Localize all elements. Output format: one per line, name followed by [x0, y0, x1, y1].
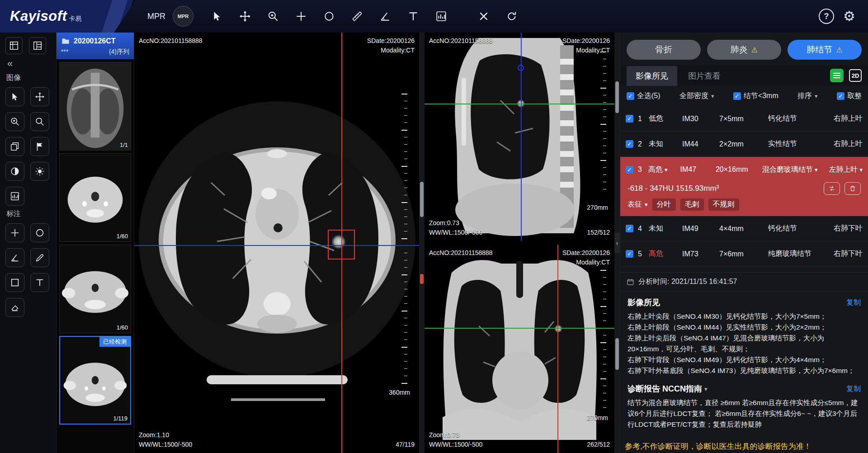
flag-tool-button[interactable]	[30, 137, 49, 156]
density-filter-dropdown[interactable]: 全部密度 ▾	[679, 91, 714, 101]
app-root: Kayisoft 卡易 MPR MPR ? ⚙	[0, 0, 868, 453]
angle-tool-button[interactable]	[375, 6, 395, 26]
classifier-lung-nodule-button[interactable]: 肺结节 ⚠	[788, 40, 862, 60]
copy-tool-button[interactable]	[5, 137, 24, 156]
feature-tag[interactable]: 不规则	[708, 198, 739, 211]
angle-icon	[379, 10, 391, 22]
round-checkbox[interactable]: ✓ 取整	[837, 91, 862, 101]
text-annotation-button[interactable]	[30, 273, 49, 292]
risk-level-dropdown[interactable]: 高危 ▾	[648, 165, 680, 175]
findings-section: 影像所见 复制 右肺上叶尖段（SeNO.4 IM30）见钙化结节影，大小为7×5…	[620, 292, 868, 378]
viewport-coronal[interactable]: 270mm AccNO:202101158888 SDate:20200126 …	[425, 245, 614, 453]
copy-report-button[interactable]: 复制	[846, 384, 861, 394]
crosshair-marker[interactable]	[518, 65, 524, 71]
nodule-roi-box[interactable]	[328, 230, 355, 260]
crosshair-tool-button[interactable]	[291, 6, 311, 26]
series-layout-button[interactable]	[29, 37, 46, 54]
scrollbar-side-viewports[interactable]: ›	[614, 33, 620, 453]
viewport-sagittal[interactable]: 270mm AccNO:202101158888 SDate:20200126 …	[425, 33, 614, 241]
series-thumbnail-ct-3-selected[interactable]: 已经检测 1/119	[59, 336, 131, 425]
zoom-tool-button[interactable]	[263, 6, 283, 26]
feature-tag[interactable]: 毛刺	[680, 198, 704, 211]
nodule-location: 右肺下叶	[816, 249, 863, 259]
rectangle-annotation-button[interactable]	[5, 273, 24, 292]
crosshair-vertical-blue[interactable]	[521, 33, 522, 241]
classifier-fracture-button[interactable]: 骨折	[627, 40, 701, 60]
crosshair-vertical-red[interactable]	[557, 245, 558, 453]
crosshair-horizontal-green[interactable]	[425, 104, 614, 104]
pan-tool-button[interactable]	[30, 87, 49, 106]
nodule-row-2[interactable]: ✓ 2 未知 IM44 2×2mm 实性结节 右肺上叶	[620, 132, 868, 157]
pan-tool-button[interactable]	[235, 6, 255, 26]
nodule-type-dropdown[interactable]: 混合磨玻璃结节 ▾	[762, 165, 818, 175]
collapse-sidebar-button[interactable]: «	[7, 58, 56, 70]
checkbox-checked-icon[interactable]: ✓	[626, 250, 633, 258]
histogram-tool-button[interactable]	[5, 187, 24, 206]
ellipse-annotation-button[interactable]	[30, 223, 49, 242]
window-level-tool-button[interactable]	[431, 6, 451, 26]
series-thumbnail-ct-2[interactable]: 1/60	[59, 245, 131, 333]
copy-findings-button[interactable]: 复制	[846, 298, 861, 307]
reset-view-button[interactable]	[502, 6, 522, 26]
nodule-row-3-selected[interactable]: ✓ 3 高危 ▾ IM47 20×16mm 混合磨玻璃结节 ▾	[620, 157, 868, 216]
help-button[interactable]: ?	[819, 9, 834, 24]
scrollbar-main-viewport[interactable]	[419, 33, 425, 453]
top-toolbar: Kayisoft 卡易 MPR MPR ? ⚙	[0, 0, 868, 33]
invert-tool-button[interactable]	[5, 162, 24, 181]
checkbox-checked-icon[interactable]: ✓	[627, 92, 634, 100]
viewport-axial[interactable]: 360mm AccNO:202101158888 SDate:20200126 …	[134, 33, 419, 453]
magnifier-tool-button[interactable]	[30, 112, 49, 131]
eraser-annotation-button[interactable]	[5, 298, 24, 317]
small-nodule-checkbox[interactable]: ✓ 结节<3mm	[733, 91, 778, 101]
study-header[interactable]: 20200126CT *** (4)序列	[57, 33, 134, 59]
nodule-row-3[interactable]: ✓ 3 高危 ▾ IM47 20×16mm 混合磨玻璃结节 ▾	[620, 157, 868, 182]
checkbox-checked-icon[interactable]: ✓	[837, 92, 844, 100]
features-dropdown[interactable]: 表征 ▾	[627, 200, 648, 209]
nodule-row-4[interactable]: ✓ 4 未知 IM49 4×4mm 钙化结节 右肺下叶	[620, 216, 868, 241]
select-all-checkbox[interactable]: ✓ 全选(5)	[627, 91, 660, 101]
pointer-tool-button[interactable]	[207, 6, 227, 26]
checkbox-checked-icon[interactable]: ✓	[733, 92, 741, 100]
scrollbar-handle[interactable]	[420, 182, 424, 217]
clear-annotations-button[interactable]	[474, 6, 494, 26]
ruler-tool-button[interactable]	[347, 6, 367, 26]
compare-nodule-button[interactable]	[824, 182, 840, 195]
text-tool-button[interactable]	[403, 6, 423, 26]
delete-nodule-button[interactable]	[844, 182, 861, 195]
checkbox-checked-icon[interactable]: ✓	[626, 140, 633, 148]
checkbox-checked-icon[interactable]: ✓	[626, 225, 633, 232]
brightness-tool-button[interactable]	[30, 162, 49, 181]
sort-dropdown[interactable]: 排序 ▾	[797, 91, 818, 101]
pencil-annotation-button[interactable]	[30, 248, 49, 267]
nodule-row-5[interactable]: ✓ 5 高危 IM73 7×6mm 纯磨玻璃结节 右肺下叶	[620, 241, 868, 267]
scrollbar-handle[interactable]	[615, 81, 619, 113]
grid-layout-button[interactable]	[5, 37, 23, 54]
crosshair-horizontal-green[interactable]	[425, 328, 614, 329]
angle-annotation-button[interactable]	[5, 248, 24, 267]
ellipse-tool-button[interactable]	[319, 6, 339, 26]
scrollbar-nodule-marker[interactable]	[420, 274, 424, 284]
pointer-tool-button[interactable]	[5, 87, 24, 106]
2d-view-button[interactable]: 2D	[849, 69, 862, 82]
tab-imaging-findings[interactable]: 影像所见	[627, 66, 677, 86]
zoom-in-tool-button[interactable]	[5, 112, 24, 131]
image-number: IM49	[682, 225, 719, 233]
finding-line: 右肺上叶前段（SeNO.4 IM44）见实性结节影，大小为2×2mm；	[627, 322, 861, 333]
nodule-location-dropdown[interactable]: 左肺上叶 ▾	[818, 165, 863, 175]
settings-button[interactable]: ⚙	[843, 9, 855, 23]
series-thumbnail-xray[interactable]: 1/1	[59, 62, 131, 151]
feature-tag[interactable]: 分叶	[652, 198, 676, 211]
expand-panel-button[interactable]: ›	[614, 232, 620, 253]
nodule-row-1[interactable]: ✓ 1 低危 IM30 7×5mm 钙化结节 右肺上叶	[620, 106, 868, 132]
mpr-layout-button[interactable]: MPR	[173, 6, 193, 27]
crosshair-horizontal-blue[interactable]	[134, 245, 419, 246]
classifier-pneumonia-button[interactable]: 肺炎 ⚠	[707, 40, 781, 60]
checkbox-checked-icon[interactable]: ✓	[626, 166, 633, 174]
sagittal-ct-image	[425, 33, 614, 241]
series-thumbnail-ct-1[interactable]: 1/60	[59, 153, 131, 242]
structured-report-button[interactable]	[830, 69, 844, 82]
scrollbar-handle[interactable]	[615, 338, 619, 370]
tab-image-view[interactable]: 图片查看	[679, 66, 730, 86]
checkbox-checked-icon[interactable]: ✓	[626, 115, 633, 123]
crosshair-annotation-button[interactable]	[5, 223, 24, 242]
